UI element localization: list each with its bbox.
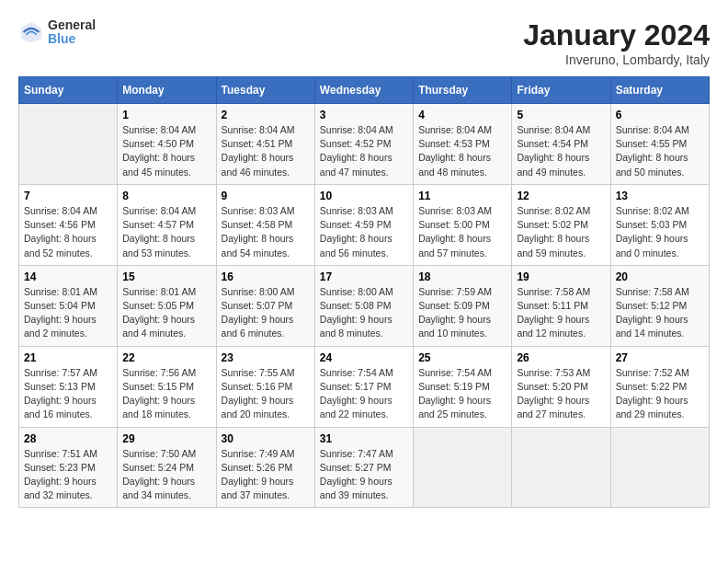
day-number: 30 xyxy=(222,432,310,445)
day-cell: 19Sunrise: 7:58 AMSunset: 5:11 PMDayligh… xyxy=(512,265,610,346)
header-saturday: Saturday xyxy=(610,77,709,104)
day-cell: 13Sunrise: 8:02 AMSunset: 5:03 PMDayligh… xyxy=(610,184,709,265)
day-number: 22 xyxy=(122,351,210,364)
day-number: 1 xyxy=(122,109,210,121)
title-block: January 2024 Inveruno, Lombardy, Italy xyxy=(523,18,710,67)
calendar-header: SundayMondayTuesdayWednesdayThursdayFrid… xyxy=(19,77,710,104)
day-cell: 21Sunrise: 7:57 AMSunset: 5:13 PMDayligh… xyxy=(19,346,118,427)
day-info: Sunrise: 8:04 AMSunset: 4:50 PMDaylight:… xyxy=(122,123,210,179)
day-cell: 7Sunrise: 8:04 AMSunset: 4:56 PMDaylight… xyxy=(19,184,118,265)
day-info: Sunrise: 8:00 AMSunset: 5:07 PMDaylight:… xyxy=(222,285,310,341)
calendar-table: SundayMondayTuesdayWednesdayThursdayFrid… xyxy=(18,76,710,508)
day-info: Sunrise: 7:47 AMSunset: 5:27 PMDaylight:… xyxy=(320,447,408,503)
logo-icon xyxy=(18,19,44,45)
calendar-body: 1Sunrise: 8:04 AMSunset: 4:50 PMDaylight… xyxy=(19,104,710,508)
day-info: Sunrise: 8:02 AMSunset: 5:03 PMDaylight:… xyxy=(616,204,704,260)
day-info: Sunrise: 7:49 AMSunset: 5:26 PMDaylight:… xyxy=(222,447,310,503)
day-info: Sunrise: 8:00 AMSunset: 5:08 PMDaylight:… xyxy=(320,285,408,341)
day-info: Sunrise: 7:57 AMSunset: 5:13 PMDaylight:… xyxy=(24,366,112,422)
day-info: Sunrise: 7:51 AMSunset: 5:23 PMDaylight:… xyxy=(24,447,112,503)
day-cell: 30Sunrise: 7:49 AMSunset: 5:26 PMDayligh… xyxy=(216,427,314,508)
week-row-4: 21Sunrise: 7:57 AMSunset: 5:13 PMDayligh… xyxy=(19,346,710,427)
week-row-3: 14Sunrise: 8:01 AMSunset: 5:04 PMDayligh… xyxy=(19,265,710,346)
day-cell: 2Sunrise: 8:04 AMSunset: 4:51 PMDaylight… xyxy=(216,104,314,185)
day-info: Sunrise: 7:56 AMSunset: 5:15 PMDaylight:… xyxy=(122,366,210,422)
calendar-title: January 2024 xyxy=(523,18,710,52)
day-cell: 25Sunrise: 7:54 AMSunset: 5:19 PMDayligh… xyxy=(414,346,512,427)
day-info: Sunrise: 7:53 AMSunset: 5:20 PMDaylight:… xyxy=(517,366,605,422)
day-number: 2 xyxy=(222,109,310,121)
day-number: 29 xyxy=(122,432,210,445)
page-header: General Blue January 2024 Inveruno, Lomb… xyxy=(18,18,710,67)
day-number: 17 xyxy=(320,270,408,283)
calendar-subtitle: Inveruno, Lombardy, Italy xyxy=(523,52,710,67)
day-number: 7 xyxy=(24,190,112,202)
header-sunday: Sunday xyxy=(19,77,118,104)
day-cell: 27Sunrise: 7:52 AMSunset: 5:22 PMDayligh… xyxy=(610,346,709,427)
day-cell: 20Sunrise: 7:58 AMSunset: 5:12 PMDayligh… xyxy=(610,265,709,346)
day-info: Sunrise: 8:04 AMSunset: 4:55 PMDaylight:… xyxy=(616,123,704,179)
day-number: 13 xyxy=(616,190,704,202)
day-number: 4 xyxy=(418,109,506,121)
day-cell: 5Sunrise: 8:04 AMSunset: 4:54 PMDaylight… xyxy=(512,104,610,185)
day-cell: 12Sunrise: 8:02 AMSunset: 5:02 PMDayligh… xyxy=(512,184,610,265)
week-row-1: 1Sunrise: 8:04 AMSunset: 4:50 PMDaylight… xyxy=(19,104,710,185)
day-cell xyxy=(512,427,610,508)
day-info: Sunrise: 8:03 AMSunset: 4:59 PMDaylight:… xyxy=(320,204,408,260)
day-number: 26 xyxy=(517,351,605,364)
header-tuesday: Tuesday xyxy=(216,77,314,104)
day-info: Sunrise: 8:04 AMSunset: 4:51 PMDaylight:… xyxy=(222,123,310,179)
day-info: Sunrise: 7:58 AMSunset: 5:11 PMDaylight:… xyxy=(517,285,605,341)
day-cell: 4Sunrise: 8:04 AMSunset: 4:53 PMDaylight… xyxy=(414,104,512,185)
day-info: Sunrise: 7:52 AMSunset: 5:22 PMDaylight:… xyxy=(616,366,704,422)
week-row-5: 28Sunrise: 7:51 AMSunset: 5:23 PMDayligh… xyxy=(19,427,710,508)
header-friday: Friday xyxy=(512,77,610,104)
day-number: 25 xyxy=(418,351,506,364)
day-info: Sunrise: 8:04 AMSunset: 4:57 PMDaylight:… xyxy=(122,204,210,260)
day-cell: 28Sunrise: 7:51 AMSunset: 5:23 PMDayligh… xyxy=(19,427,118,508)
day-cell: 3Sunrise: 8:04 AMSunset: 4:52 PMDaylight… xyxy=(314,104,413,185)
day-number: 11 xyxy=(418,190,506,202)
day-info: Sunrise: 7:50 AMSunset: 5:24 PMDaylight:… xyxy=(122,447,210,503)
day-cell: 31Sunrise: 7:47 AMSunset: 5:27 PMDayligh… xyxy=(314,427,413,508)
day-cell: 29Sunrise: 7:50 AMSunset: 5:24 PMDayligh… xyxy=(118,427,216,508)
day-cell xyxy=(414,427,512,508)
day-info: Sunrise: 7:58 AMSunset: 5:12 PMDaylight:… xyxy=(616,285,704,341)
header-thursday: Thursday xyxy=(414,77,512,104)
day-number: 31 xyxy=(320,432,408,445)
week-row-2: 7Sunrise: 8:04 AMSunset: 4:56 PMDaylight… xyxy=(19,184,710,265)
day-cell: 9Sunrise: 8:03 AMSunset: 4:58 PMDaylight… xyxy=(216,184,314,265)
day-info: Sunrise: 8:04 AMSunset: 4:53 PMDaylight:… xyxy=(418,123,506,179)
day-number: 20 xyxy=(616,270,704,283)
day-number: 9 xyxy=(222,190,310,202)
day-number: 8 xyxy=(122,190,210,202)
day-number: 27 xyxy=(616,351,704,364)
day-info: Sunrise: 8:01 AMSunset: 5:05 PMDaylight:… xyxy=(122,285,210,341)
day-cell: 8Sunrise: 8:04 AMSunset: 4:57 PMDaylight… xyxy=(118,184,216,265)
day-number: 14 xyxy=(24,270,112,283)
day-number: 12 xyxy=(517,190,605,202)
logo: General Blue xyxy=(18,18,96,47)
header-monday: Monday xyxy=(118,77,216,104)
logo-text: General Blue xyxy=(48,18,96,47)
day-cell: 6Sunrise: 8:04 AMSunset: 4:55 PMDaylight… xyxy=(610,104,709,185)
day-number: 21 xyxy=(24,351,112,364)
day-number: 23 xyxy=(222,351,310,364)
day-info: Sunrise: 7:55 AMSunset: 5:16 PMDaylight:… xyxy=(222,366,310,422)
day-info: Sunrise: 8:04 AMSunset: 4:52 PMDaylight:… xyxy=(320,123,408,179)
day-info: Sunrise: 8:04 AMSunset: 4:54 PMDaylight:… xyxy=(517,123,605,179)
day-cell: 22Sunrise: 7:56 AMSunset: 5:15 PMDayligh… xyxy=(118,346,216,427)
day-cell: 14Sunrise: 8:01 AMSunset: 5:04 PMDayligh… xyxy=(19,265,118,346)
day-cell: 23Sunrise: 7:55 AMSunset: 5:16 PMDayligh… xyxy=(216,346,314,427)
day-cell: 18Sunrise: 7:59 AMSunset: 5:09 PMDayligh… xyxy=(414,265,512,346)
day-number: 24 xyxy=(320,351,408,364)
day-cell: 11Sunrise: 8:03 AMSunset: 5:00 PMDayligh… xyxy=(414,184,512,265)
day-number: 19 xyxy=(517,270,605,283)
day-number: 6 xyxy=(616,109,704,121)
header-wednesday: Wednesday xyxy=(314,77,413,104)
day-cell: 1Sunrise: 8:04 AMSunset: 4:50 PMDaylight… xyxy=(118,104,216,185)
day-number: 3 xyxy=(320,109,408,121)
day-number: 16 xyxy=(222,270,310,283)
header-row: SundayMondayTuesdayWednesdayThursdayFrid… xyxy=(19,77,710,104)
day-cell: 10Sunrise: 8:03 AMSunset: 4:59 PMDayligh… xyxy=(314,184,413,265)
